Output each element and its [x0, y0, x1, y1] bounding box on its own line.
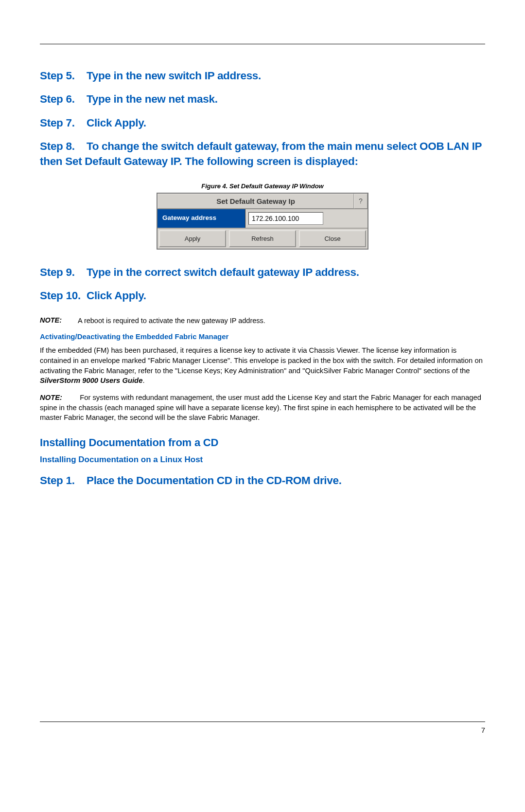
step-5-text: Type in the new switch IP address. [87, 70, 261, 82]
step-9: Step 9. Type in the correct switch defau… [40, 265, 485, 280]
note-reboot: NOTE: A reboot is required to activate t… [40, 316, 485, 326]
step-9-label: Step 9. [40, 265, 84, 280]
gateway-address-label: Gateway address [158, 209, 245, 228]
dialog-title: Set Default Gateway Ip [158, 194, 354, 209]
fm-para-pre: If the embedded (FM) has been purchased,… [40, 346, 483, 374]
note2-body: For systems with redundant management, t… [40, 394, 481, 421]
step-6: Step 6. Type in the new net mask. [40, 92, 485, 107]
step-9-text: Type in the correct switch default gatew… [87, 266, 359, 278]
subsection-install-linux: Installing Documentation on a Linux Host [40, 455, 485, 465]
step-10-label: Step 10. [40, 289, 84, 303]
cd-step-1: Step 1. Place the Documentation CD in th… [40, 473, 485, 488]
apply-button[interactable]: Apply [159, 230, 226, 247]
note-redundant: NOTE: For systems with redundant managem… [40, 393, 485, 423]
fm-para-em: SilverStorm 9000 Users Guide [40, 377, 142, 384]
step-7: Step 7. Click Apply. [40, 116, 485, 130]
note-label: NOTE: [40, 316, 78, 326]
gateway-address-input[interactable]: 172.26.100.100 [248, 212, 323, 225]
fm-activate-paragraph: If the embedded (FM) has been purchased,… [40, 345, 485, 386]
help-icon[interactable]: ? [354, 194, 368, 209]
note2-label: NOTE: [40, 393, 78, 403]
close-button[interactable]: Close [299, 230, 366, 247]
step-8-label: Step 8. [40, 139, 84, 154]
fm-para-post: . [142, 377, 144, 384]
cd-step-1-text: Place the Documentation CD in the CD-ROM… [87, 474, 342, 487]
step-8: Step 8. To change the switch default gat… [40, 139, 485, 169]
step-8-text: To change the switch default gateway, fr… [40, 140, 482, 167]
bottom-rule [40, 722, 485, 722]
section-install-cd: Installing Documentation from a CD [40, 436, 485, 449]
step-10-text: Click Apply. [87, 289, 146, 302]
subhead-fm-activate: Activating/Deactivating the Embedded Fab… [40, 332, 485, 341]
step-7-text: Click Apply. [87, 117, 146, 129]
figure-caption: Figure 4. Set Default Gateway IP Window [40, 182, 485, 190]
step-6-text: Type in the new net mask. [87, 93, 218, 105]
top-rule [40, 44, 485, 44]
page-number: 7 [40, 726, 485, 734]
step-5-label: Step 5. [40, 69, 84, 83]
step-7-label: Step 7. [40, 116, 84, 130]
cd-step-1-label: Step 1. [40, 473, 84, 488]
step-6-label: Step 6. [40, 92, 84, 107]
refresh-button[interactable]: Refresh [229, 230, 296, 247]
dialog-gateway: Set Default Gateway Ip ? Gateway address… [40, 193, 485, 250]
step-10: Step 10. Click Apply. [40, 289, 485, 303]
step-5: Step 5. Type in the new switch IP addres… [40, 69, 485, 83]
note-body: A reboot is required to activate the new… [78, 316, 485, 326]
